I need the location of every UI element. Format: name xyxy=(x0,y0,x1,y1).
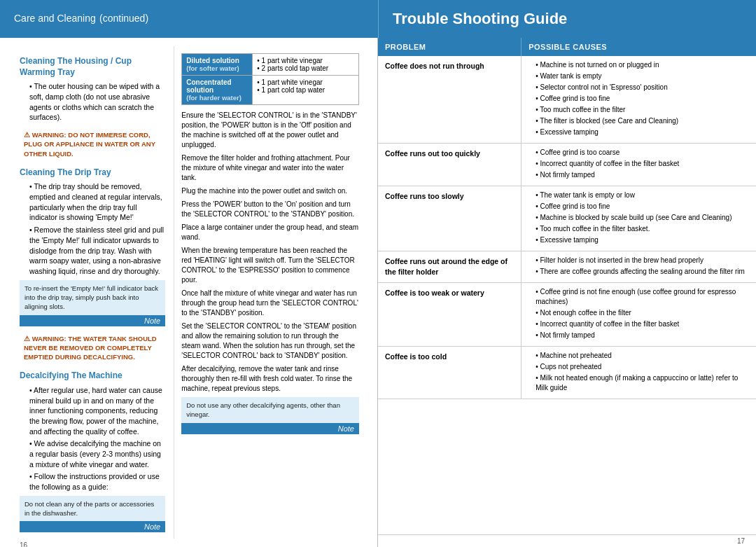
right-title: Trouble Shooting Guide xyxy=(393,10,742,28)
table-row: Coffee runs out too quickly• Coffee grin… xyxy=(378,144,756,186)
header-right: Trouble Shooting Guide xyxy=(378,0,756,38)
table-row: Coffee runs too slowly• The water tank i… xyxy=(378,186,756,251)
table-row: Coffee runs out around the edge of the f… xyxy=(378,251,756,283)
table-row: Coffee is too weak or watery• Coffee gri… xyxy=(378,283,756,347)
left-panel: Cleaning The Housing / Cup Warming Tray•… xyxy=(0,38,378,547)
right-panel: PROBLEMPOSSIBLE CAUSESCoffee does not ru… xyxy=(378,38,756,547)
table-row: Coffee does not run through• Machine is … xyxy=(378,56,756,144)
table-row: Coffee is too cold• Machine not preheate… xyxy=(378,347,756,399)
header-left: Care and Cleaning (continued) xyxy=(0,0,378,38)
header: Care and Cleaning (continued) Trouble Sh… xyxy=(0,0,756,38)
left-title: Care and Cleaning (continued) xyxy=(14,10,364,25)
